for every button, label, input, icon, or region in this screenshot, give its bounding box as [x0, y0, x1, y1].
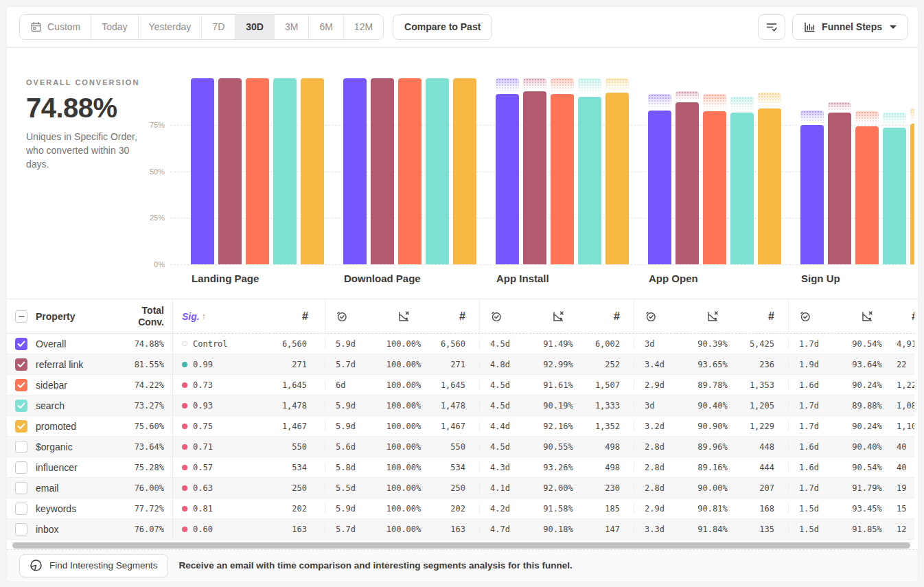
conversion-rate-cell: 89.88% [839, 401, 895, 411]
count-value: 5,425 [750, 339, 774, 349]
funnel-bar-sidebar[interactable] [398, 78, 421, 264]
date-range-today[interactable]: Today [91, 15, 137, 39]
date-range-7d[interactable]: 7D [201, 15, 235, 39]
date-range-6m[interactable]: 6M [308, 15, 343, 39]
date-range-custom[interactable]: Custom [20, 15, 91, 39]
chart-options-button[interactable] [758, 14, 785, 40]
sig-text: 0.81 [193, 504, 213, 514]
sig-dot-pink [182, 403, 187, 408]
funnel-steps-dropdown[interactable]: Funnel Steps [792, 14, 908, 40]
data-row-overall[interactable]: Control6,5605.9d100.00%6,5604.5d91.49%6,… [173, 334, 914, 354]
time-value: 1.7d [799, 339, 819, 349]
funnel-bar-sidebar[interactable] [703, 111, 726, 264]
funnel-bar-sidebar[interactable] [551, 94, 574, 264]
sig-text: 0.71 [193, 442, 213, 452]
funnel-bar-referral-link[interactable] [218, 78, 242, 264]
step-cells-group: 1.7d90.54%4,91 [788, 339, 914, 349]
funnel-bar-search[interactable] [883, 128, 906, 264]
property-name: search [36, 400, 65, 411]
date-range-yesterday[interactable]: Yesterday [138, 15, 202, 39]
property-checkbox-search[interactable] [15, 400, 27, 412]
funnel-bar-referral-link[interactable] [371, 78, 394, 264]
property-column-header[interactable]: Property [36, 311, 76, 322]
dropoff-hatch [758, 93, 781, 108]
property-row-influencer[interactable]: influencer75.28% [7, 457, 172, 478]
sig-column-header[interactable]: Sig.↑# [173, 299, 325, 333]
funnel-bar-sidebar[interactable] [246, 78, 269, 264]
property-row-keywords[interactable]: keywords77.72% [7, 498, 172, 519]
property-row-sidebar[interactable]: sidebar74.22% [7, 375, 172, 395]
property-row-referral-link[interactable]: referral link81.55% [7, 354, 172, 375]
data-row-email[interactable]: 0.632505.5d100.00%2504.1d92.00%2302.8d90… [173, 478, 914, 498]
count-value: 207 [759, 483, 774, 493]
sig-dot-pink [182, 424, 187, 429]
funnel-bar-promoted[interactable] [453, 78, 476, 264]
funnel-bar-search[interactable] [578, 97, 601, 264]
funnel-bar-referral-link[interactable] [675, 102, 699, 264]
funnel-bar-overall[interactable] [800, 125, 824, 264]
find-segments-button[interactable]: Find Interesting Segments [19, 554, 168, 577]
find-segments-label: Find Interesting Segments [49, 560, 158, 571]
funnel-bar-overall[interactable] [343, 78, 367, 264]
time-value: 2.9d [645, 380, 665, 390]
count-cell: 147 [586, 525, 634, 534]
property-checkbox-keywords[interactable] [15, 503, 27, 515]
count-value: 534 [292, 463, 307, 472]
funnel-bar-promoted[interactable] [301, 78, 324, 264]
property-row-search[interactable]: search73.27% [7, 395, 172, 416]
funnel-bar-search[interactable] [273, 78, 297, 264]
total-conv-column-header[interactable]: Total Conv. [138, 305, 164, 327]
time-value: 1.5d [799, 525, 819, 534]
property-row-overall[interactable]: Overall74.88% [7, 334, 172, 354]
property-row--organic[interactable]: $organic73.64% [7, 437, 172, 457]
sig-value: Control [182, 339, 228, 349]
count-value: 19 [897, 483, 906, 493]
funnel-bar-search[interactable] [426, 78, 449, 264]
funnel-bar-overall[interactable] [496, 94, 519, 264]
property-checkbox-overall[interactable] [15, 338, 27, 350]
property-checkbox-email[interactable] [15, 482, 27, 494]
property-checkbox--organic[interactable] [15, 441, 27, 453]
funnel-bar-overall[interactable] [191, 78, 214, 264]
funnel-bar-promoted[interactable] [910, 124, 914, 264]
data-row-referral-link[interactable]: 0.992715.7d100.00%2714.8d92.99%2523.4d93… [173, 354, 914, 375]
select-all-checkbox[interactable] [15, 310, 27, 323]
count-column-header: # [432, 310, 479, 323]
property-checkbox-influencer[interactable] [15, 461, 27, 474]
data-row--organic[interactable]: 0.715505.6d100.00%5504.5d90.55%4982.8d89… [173, 437, 914, 457]
data-row-keywords[interactable]: 0.812025.9d100.00%2024.2d91.58%1852.9d90… [173, 498, 914, 519]
date-range-30d[interactable]: 30D [235, 15, 274, 39]
property-checkbox-inbox[interactable] [15, 523, 27, 536]
step-cells-group: 5.9d100.00%202 [325, 504, 479, 514]
count-value: 444 [759, 463, 774, 472]
funnel-bar-promoted[interactable] [758, 108, 781, 264]
time-value: 4.5d [490, 442, 510, 452]
conversion-rate-cell: 100.00% [376, 401, 432, 411]
funnel-bar-sidebar[interactable] [855, 126, 879, 264]
funnel-bar-promoted[interactable] [605, 93, 629, 264]
date-range-12m[interactable]: 12M [343, 15, 383, 39]
horizontal-scrollbar[interactable] [12, 542, 910, 549]
count-hash-icon: # [614, 310, 620, 323]
data-row-influencer[interactable]: 0.575345.8d100.00%5344.3d93.26%4982.8d89… [173, 457, 914, 478]
count-cell: 5,425 [741, 339, 788, 349]
property-checkbox-sidebar[interactable] [15, 379, 27, 391]
funnel-bar-overall[interactable] [648, 111, 671, 264]
funnel-bar-referral-link[interactable] [523, 91, 546, 264]
funnel-bar-search[interactable] [730, 113, 754, 264]
compare-to-past-button[interactable]: Compare to Past [393, 14, 492, 40]
data-row-inbox[interactable]: 0.601635.7d100.00%1634.7d90.18%1473.3d91… [173, 519, 914, 540]
property-row-promoted[interactable]: promoted75.60% [7, 416, 172, 437]
funnel-bar-referral-link[interactable] [828, 113, 851, 264]
conversion-rate-cell: 91.61% [530, 380, 586, 390]
data-row-promoted[interactable]: 0.751,4675.9d100.00%1,4674.4d92.16%1,352… [173, 416, 914, 437]
date-range-3m[interactable]: 3M [274, 15, 308, 39]
property-checkbox-referral-link[interactable] [15, 358, 27, 371]
count-cell: 1,229 [741, 422, 788, 431]
data-row-search[interactable]: 0.931,4785.9d100.00%1,4784.5d90.19%1,333… [173, 395, 914, 416]
property-row-email[interactable]: email76.00% [7, 478, 172, 498]
table-scroll-viewport[interactable]: Sig.↑##### Control6,5605.9d100.00%6,5604… [173, 299, 914, 540]
property-checkbox-promoted[interactable] [15, 420, 27, 433]
property-row-inbox[interactable]: inbox76.07% [7, 519, 172, 540]
data-row-sidebar[interactable]: 0.731,6456d100.00%1,6454.5d91.61%1,5072.… [173, 375, 914, 395]
